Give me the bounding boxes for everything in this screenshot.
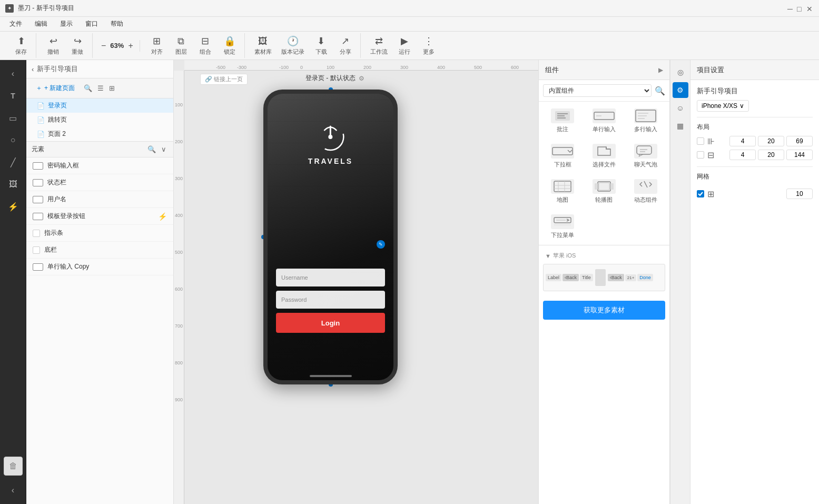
element-item-statusbar[interactable]: 状态栏 [26,174,173,191]
widget-search-icon[interactable]: 🔍 [655,86,665,96]
back-to-project-button[interactable]: ‹ 新手引导项目 [26,60,173,78]
layout-gutter-1[interactable] [786,136,813,146]
zoom-out-button[interactable]: − [99,40,108,52]
workflow-button[interactable]: ⇄ 工作流 [366,33,392,58]
page-item-page2[interactable]: 📄 页面 2 [26,127,173,141]
right-icon-settings[interactable]: ⚙ [673,82,688,98]
widget-item-dropdown-menu[interactable]: 下拉菜单 [543,210,583,243]
combine-button[interactable]: ⊟ 组合 [194,33,217,58]
get-more-button[interactable]: 获取更多素材 [543,301,665,320]
sidebar-back-button[interactable]: ‹ [4,64,23,83]
widget-item-multi-input[interactable]: 多行输入 [626,104,665,137]
widget-panel-toggle[interactable]: ▶ [658,66,663,74]
page-settings-icon[interactable]: ⚙ [359,75,364,82]
grid-view-button[interactable]: ⊞ [107,84,116,93]
grid-size-input[interactable] [786,189,813,199]
canvas-area[interactable]: -500 -300 -100 0 100 200 300 400 500 600… [174,60,538,504]
page-item-login[interactable]: 📄 登录页 [26,98,173,113]
run-button[interactable]: ▶ 运行 [393,33,416,58]
device-selector[interactable]: iPhone X/XS ∨ [697,100,749,112]
menu-view[interactable]: 显示 [55,18,78,29]
lock-icon: 🔒 [224,35,235,47]
share-button[interactable]: ↗ 分享 [334,33,357,58]
search-pages-button[interactable]: 🔍 [82,84,94,93]
maximize-button[interactable]: □ [797,5,804,12]
widget-label-single-input: 单行输入 [593,125,616,133]
sidebar-collapse[interactable]: ‹ [4,481,23,500]
menu-help[interactable]: 帮助 [105,18,129,29]
right-panel-title: 项目设置 [697,65,724,75]
save-button[interactable]: ⬆ 保存 [9,33,33,58]
menu-window[interactable]: 窗口 [80,18,103,29]
grid-checkbox[interactable] [697,190,704,197]
element-item-indicator[interactable]: 指示条 [26,225,173,242]
right-icon-table[interactable]: ▦ [673,118,688,134]
element-item-login-btn[interactable]: 模板登录按钮 ⚡ [26,208,173,225]
undo-button[interactable]: ↩ 撤销 [42,33,65,58]
phone-login-button[interactable]: Login [276,313,385,333]
layout-cols-2[interactable] [729,150,756,160]
layer-button[interactable]: ⧉ 图层 [170,34,193,58]
more-button[interactable]: ⋮ 更多 [417,33,440,58]
widget-item-carousel[interactable]: 轮播图 [585,174,624,207]
minimize-button[interactable]: ─ [787,5,795,12]
right-icon-target[interactable]: ◎ [673,64,688,80]
layout-checkbox-2[interactable] [697,151,704,159]
widget-label-carousel: 轮播图 [595,196,613,204]
redo-button[interactable]: ↪ 重做 [66,33,89,58]
divider-1 [697,117,813,117]
lock-button[interactable]: 🔒 锁定 [218,33,241,58]
sidebar-text-tool[interactable]: T [4,86,23,105]
layout-gutter-2[interactable] [786,150,813,160]
back-icon: ‹ [32,65,34,73]
sidebar-rect-tool[interactable]: ▭ [4,108,23,127]
widget-item-annotation[interactable]: 批注 [543,104,583,137]
widget-category-select[interactable]: 内置组件 [543,84,652,97]
element-item-username[interactable]: 用户名 [26,191,173,208]
link-prev-button[interactable]: 🔗 链接上一页 [200,74,248,85]
layout-checkbox-1[interactable] [697,137,704,145]
ruler-vertical: 100 200 300 400 500 600 700 800 900 [174,71,184,504]
delete-button[interactable]: 🗑 [4,457,23,476]
phone-username-input[interactable]: Username [276,269,385,286]
element-item-input-copy[interactable]: 单行输入 Copy [26,259,173,275]
sidebar-circle-tool[interactable]: ○ [4,131,23,150]
element-checkbox-indicator[interactable] [33,230,40,237]
sidebar-image-tool[interactable]: 🖼 [4,175,23,194]
widget-item-single-input[interactable]: 单行输入 [585,104,624,137]
ios-collapse-icon[interactable]: ▼ [545,253,551,259]
align-button[interactable]: ⊞ 对齐 [145,33,169,58]
element-item-password[interactable]: 密码输入框 [26,157,173,174]
layout-cols-1[interactable] [729,136,756,146]
device-name: iPhone X/XS [702,102,737,110]
widget-item-file[interactable]: 选择文件 [585,139,624,172]
close-button[interactable]: ✕ [806,5,814,12]
widget-item-map[interactable]: 地图 [543,174,583,207]
download-button[interactable]: ⬇ 下载 [310,33,333,58]
phone-password-input[interactable]: Password [276,291,385,309]
search-elements-button[interactable]: 🔍 [146,145,157,154]
layout-margin-2[interactable] [758,150,784,160]
menu-file[interactable]: 文件 [4,18,27,29]
assets-button[interactable]: 🖼 素材库 [250,34,276,58]
right-icon-smile[interactable]: ☺ [673,100,688,116]
page-item-redirect[interactable]: 📄 跳转页 [26,113,173,127]
title-bar-controls[interactable]: ─ □ ✕ [787,5,814,12]
sidebar-component-tool[interactable]: ⚡ [4,197,23,216]
widget-item-dropdown[interactable]: 下拉框 [543,139,583,172]
list-view-button[interactable]: ☰ [96,84,105,93]
add-page-button[interactable]: ＋ + 新建页面 [32,82,79,95]
elements-header: 元素 🔍 ∨ [26,142,173,157]
layout-margin-1[interactable] [758,136,784,146]
collapse-elements-button[interactable]: ∨ [160,145,168,154]
widget-item-chat[interactable]: 聊天气泡 [626,139,665,172]
history-button[interactable]: 🕐 版本记录 [277,33,309,58]
menu-edit[interactable]: 编辑 [29,18,53,29]
element-checkbox-footer[interactable] [33,246,40,254]
ruler-mark-500: 500 [474,65,482,70]
widget-label-chat: 聊天气泡 [634,161,657,169]
sidebar-line-tool[interactable]: ╱ [4,153,23,172]
widget-item-dynamic[interactable]: 动态组件 [626,174,665,207]
zoom-in-button[interactable]: + [126,40,135,52]
element-item-footer[interactable]: 底栏 [26,242,173,259]
